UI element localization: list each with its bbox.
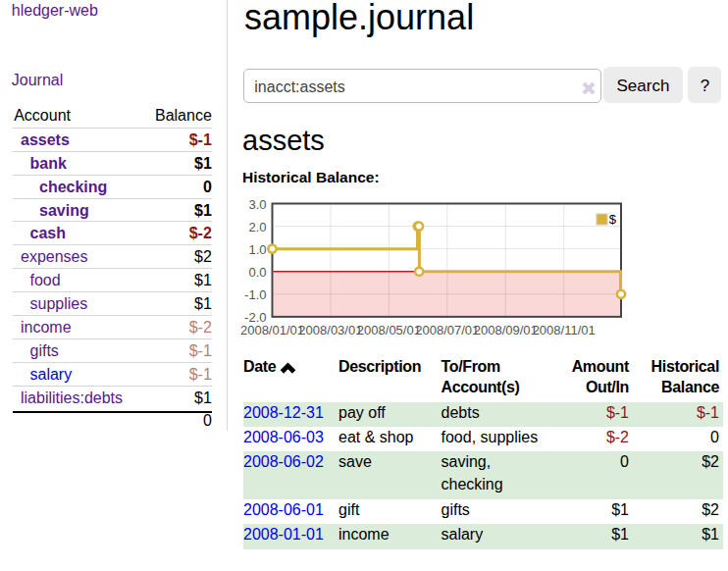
svg-text:2008/03/01: 2008/03/01 bbox=[298, 323, 362, 337]
svg-text:3.0: 3.0 bbox=[248, 197, 266, 212]
svg-text:2008/05/01: 2008/05/01 bbox=[357, 323, 421, 337]
svg-text:2008/09/01: 2008/09/01 bbox=[474, 323, 538, 337]
svg-text:2008/07/01: 2008/07/01 bbox=[415, 323, 479, 337]
svg-text:2.0: 2.0 bbox=[248, 220, 266, 234]
svg-text:-1.0: -1.0 bbox=[244, 287, 266, 302]
svg-text:$: $ bbox=[609, 212, 617, 227]
svg-text:2008/11/01: 2008/11/01 bbox=[533, 323, 596, 337]
svg-text:-2.0: -2.0 bbox=[244, 310, 266, 325]
svg-text:1.0: 1.0 bbox=[248, 242, 266, 257]
svg-text:2008/01/01: 2008/01/01 bbox=[240, 323, 304, 337]
svg-text:0.0: 0.0 bbox=[248, 265, 266, 280]
